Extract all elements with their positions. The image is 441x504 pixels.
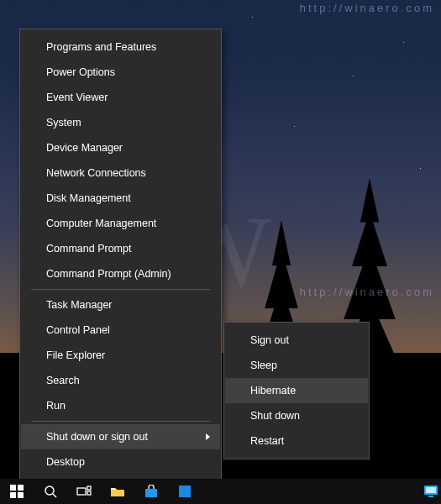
svg-rect-10 (179, 486, 191, 497)
menu-item-network-connections[interactable]: Network Connections (21, 160, 220, 186)
svg-rect-3 (18, 492, 24, 498)
monitor-icon (423, 485, 438, 498)
menu-item-control-panel[interactable]: Control Panel (21, 318, 220, 343)
app-icon (178, 485, 192, 498)
menu-item-label: Hibernate (250, 385, 296, 396)
menu-separator (31, 289, 210, 290)
menu-item-device-manager[interactable]: Device Manager (21, 135, 220, 160)
menu-item-label: Shut down or sign out (46, 431, 148, 443)
submenu-item-shut-down[interactable]: Shut down (225, 403, 368, 428)
svg-rect-1 (18, 485, 24, 491)
menu-item-shut-down-or-sign-out[interactable]: Shut down or sign out (21, 424, 220, 449)
menu-item-programs-and-features[interactable]: Programs and Features (21, 34, 220, 60)
menu-item-task-manager[interactable]: Task Manager (21, 292, 220, 318)
menu-item-label: Command Prompt (46, 243, 131, 255)
menu-item-label: Power Options (46, 66, 115, 78)
chevron-right-icon (206, 433, 210, 440)
shutdown-submenu: Sign out Sleep Hibernate Shut down Resta… (223, 322, 370, 459)
svg-rect-8 (87, 491, 91, 495)
menu-item-label: Device Manager (46, 142, 123, 154)
menu-item-label: File Explorer (46, 349, 105, 361)
taskbar-app-explorer[interactable] (101, 479, 134, 504)
menu-item-disk-management[interactable]: Disk Management (21, 186, 220, 211)
submenu-item-sign-out[interactable]: Sign out (225, 328, 368, 353)
menu-item-label: Event Viewer (46, 92, 108, 103)
star (353, 76, 354, 76)
menu-item-label: Desktop (46, 456, 85, 468)
menu-item-event-viewer[interactable]: Event Viewer (21, 85, 220, 110)
taskbar-app-generic[interactable] (168, 479, 202, 504)
taskbar (0, 479, 441, 504)
star (252, 17, 253, 18)
menu-item-computer-management[interactable]: Computer Management (21, 211, 220, 236)
svg-rect-13 (428, 496, 433, 497)
menu-item-label: Programs and Features (46, 41, 156, 53)
menu-item-label: Restart (250, 435, 284, 447)
taskbar-app-store[interactable] (134, 479, 168, 504)
menu-item-label: Task Manager (46, 299, 113, 311)
menu-item-label: Command Prompt (Admin) (46, 268, 171, 280)
svg-rect-2 (10, 492, 16, 498)
winx-context-menu: Programs and Features Power Options Even… (19, 29, 222, 480)
menu-item-label: Control Panel (46, 324, 110, 336)
menu-item-search[interactable]: Search (21, 368, 220, 393)
windows-logo-icon (10, 485, 24, 498)
menu-item-power-options[interactable]: Power Options (21, 60, 220, 85)
star (294, 126, 295, 127)
svg-rect-9 (145, 489, 157, 497)
watermark-url: http://winaero.com (300, 2, 434, 14)
search-icon (44, 485, 57, 498)
menu-item-command-prompt[interactable]: Command Prompt (21, 236, 220, 261)
menu-item-label: Sign out (250, 334, 289, 346)
star (403, 42, 404, 43)
svg-rect-7 (87, 486, 91, 490)
menu-item-file-explorer[interactable]: File Explorer (21, 343, 220, 368)
tray-app-icon[interactable] (421, 481, 441, 501)
svg-rect-12 (426, 487, 436, 493)
task-view-button[interactable] (67, 479, 101, 504)
menu-item-label: Shut down (250, 410, 300, 422)
menu-item-label: System (46, 117, 81, 129)
menu-item-system[interactable]: System (21, 110, 220, 135)
svg-point-4 (45, 486, 54, 495)
svg-rect-0 (10, 485, 16, 491)
menu-item-label: Run (46, 400, 66, 412)
search-button[interactable] (34, 479, 67, 504)
svg-rect-6 (77, 488, 86, 495)
menu-item-label: Search (46, 375, 80, 386)
svg-line-5 (53, 494, 56, 497)
submenu-item-restart[interactable]: Restart (225, 428, 368, 454)
menu-item-command-prompt-admin[interactable]: Command Prompt (Admin) (21, 261, 220, 286)
task-view-icon (76, 486, 92, 497)
submenu-item-sleep[interactable]: Sleep (225, 353, 368, 378)
menu-item-desktop[interactable]: Desktop (21, 449, 220, 475)
store-icon (144, 485, 158, 498)
menu-item-label: Disk Management (46, 192, 131, 204)
menu-item-label: Computer Management (46, 218, 156, 229)
star (420, 168, 421, 169)
start-button[interactable] (0, 479, 34, 504)
menu-separator (31, 421, 210, 422)
menu-item-label: Sleep (250, 360, 277, 371)
menu-item-run[interactable]: Run (21, 393, 220, 418)
submenu-item-hibernate[interactable]: Hibernate (225, 378, 368, 403)
folder-icon (110, 486, 125, 497)
menu-item-label: Network Connections (46, 167, 146, 179)
